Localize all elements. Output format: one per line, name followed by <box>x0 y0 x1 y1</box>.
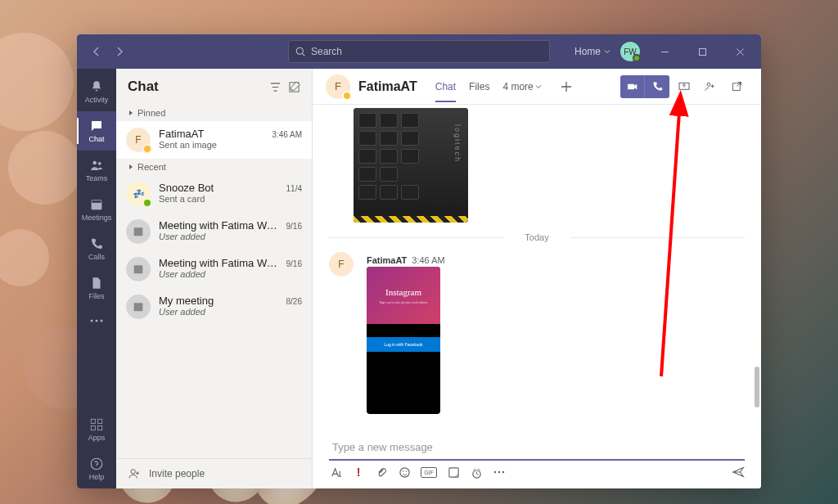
svg-rect-13 <box>98 426 102 430</box>
svg-rect-11 <box>98 419 102 423</box>
chevron-down-icon <box>604 48 610 55</box>
rail-calls[interactable]: Calls <box>77 229 116 268</box>
chat-icon <box>89 119 104 133</box>
back-button[interactable] <box>87 42 106 61</box>
rail-activity[interactable]: Activity <box>77 72 116 111</box>
org-label: Home <box>574 46 601 57</box>
logitech-brand: logitech <box>453 124 462 163</box>
avatar: 💤 <box>126 182 151 206</box>
chat-item-fatima[interactable]: F FatimaAT3:46 AM Sent an image <box>116 121 312 159</box>
chat-preview: User added <box>159 232 302 241</box>
chat-item-mymeeting[interactable]: My meeting8/26 User added <box>116 288 312 326</box>
gif-button[interactable]: GIF <box>421 467 437 478</box>
phone-icon <box>89 236 104 251</box>
scrollbar[interactable] <box>755 367 759 407</box>
svg-point-9 <box>101 320 103 322</box>
chat-name: Meeting with Fatima Wahab <box>159 219 283 232</box>
tab-files[interactable]: Files <box>469 71 489 102</box>
chat-item-meeting1[interactable]: Meeting with Fatima Wahab9/16 User added <box>116 213 312 250</box>
tab-chat[interactable]: Chat <box>435 71 456 102</box>
message-list[interactable]: logitech Today F FatimaAT3:46 AM Instagr… <box>313 105 761 426</box>
svg-rect-18 <box>134 303 143 311</box>
help-icon <box>89 457 104 471</box>
urgent-button[interactable]: ! <box>352 466 365 479</box>
chat-name: Meeting with Fatima Wahab <box>159 257 283 269</box>
chat-name: Snooze Bot <box>159 182 214 194</box>
audio-call-button[interactable] <box>645 75 669 98</box>
rail-more[interactable] <box>77 308 116 334</box>
caret-icon <box>128 110 134 116</box>
emoji-button[interactable] <box>398 466 411 479</box>
share-screen-button[interactable] <box>673 75 696 98</box>
svg-point-25 <box>402 470 403 472</box>
svg-point-30 <box>498 471 500 473</box>
rail-label: Files <box>88 292 104 300</box>
teams-icon <box>89 158 104 173</box>
search-input[interactable]: Search <box>288 40 550 63</box>
rail-help[interactable]: Help <box>77 449 116 488</box>
filter-icon[interactable] <box>269 81 282 93</box>
message-image-keyboard[interactable]: logitech <box>354 108 468 223</box>
svg-rect-5 <box>92 200 101 203</box>
chat-name: My meeting <box>159 295 214 307</box>
rail-meetings[interactable]: Meetings <box>77 190 116 229</box>
new-chat-icon[interactable] <box>288 81 300 93</box>
chat-preview: Sent a card <box>159 194 302 204</box>
message-avatar: F <box>329 252 354 277</box>
forward-button[interactable] <box>110 42 129 61</box>
rail-apps[interactable]: Apps <box>77 410 116 449</box>
send-button[interactable] <box>732 466 745 479</box>
svg-rect-17 <box>134 265 143 273</box>
format-button[interactable] <box>329 466 342 479</box>
chat-item-meeting2[interactable]: Meeting with Fatima Wahab9/16 User added <box>116 250 312 288</box>
popout-button[interactable] <box>725 75 748 98</box>
svg-rect-12 <box>91 426 95 430</box>
message-image-instagram[interactable]: InstagramSign up to see photos and video… <box>367 267 440 414</box>
rail-teams[interactable]: Teams <box>77 151 116 190</box>
org-dropdown[interactable]: Home <box>574 46 610 57</box>
attach-button[interactable] <box>375 466 388 479</box>
more-icon <box>90 319 103 322</box>
maximize-button[interactable] <box>687 40 717 63</box>
invite-label: Invite people <box>149 468 205 479</box>
minimize-button[interactable] <box>650 40 679 63</box>
add-tab-button[interactable] <box>556 77 576 97</box>
rail-label: Teams <box>86 174 108 182</box>
sticker-button[interactable] <box>447 466 460 479</box>
chat-time: 9/16 <box>286 259 302 268</box>
profile-avatar[interactable]: FW <box>619 40 642 63</box>
recent-section[interactable]: Recent <box>116 159 312 175</box>
svg-point-0 <box>296 47 303 54</box>
message-input[interactable] <box>332 441 741 453</box>
invite-people-button[interactable]: Invite people <box>116 458 312 488</box>
presence-away-icon <box>142 144 152 154</box>
rail-label: Activity <box>85 96 109 104</box>
chat-content: F FatimaAT Chat Files 4 more <box>313 69 761 488</box>
people-add-icon <box>704 80 717 93</box>
phone-icon <box>651 80 664 92</box>
chat-time: 9/16 <box>286 222 302 231</box>
video-call-button[interactable] <box>620 75 645 98</box>
pinned-section[interactable]: Pinned <box>116 105 312 121</box>
avatar: F <box>126 128 151 152</box>
svg-point-8 <box>96 320 98 322</box>
svg-point-22 <box>707 83 710 86</box>
app-rail: Activity Chat Teams Meetings Calls Files <box>77 69 116 488</box>
more-compose-button[interactable] <box>493 466 506 479</box>
chat-item-snooze[interactable]: 💤 Snooze Bot11/4 Sent a card <box>116 175 312 213</box>
invite-icon <box>128 467 141 480</box>
tab-more[interactable]: 4 more <box>502 71 541 102</box>
add-people-button[interactable] <box>699 75 722 98</box>
svg-rect-16 <box>134 227 143 236</box>
rail-files[interactable]: Files <box>77 268 116 308</box>
presence-away-icon <box>342 91 352 101</box>
rail-label: Calls <box>88 253 105 261</box>
file-icon <box>89 276 104 290</box>
meeting-avatar-icon <box>126 257 151 281</box>
svg-point-29 <box>494 471 496 473</box>
schedule-button[interactable] <box>470 466 483 479</box>
message-time: 3:46 AM <box>412 255 444 265</box>
close-button[interactable] <box>725 40 755 63</box>
presence-available-icon <box>633 54 641 62</box>
rail-chat[interactable]: Chat <box>77 111 116 151</box>
